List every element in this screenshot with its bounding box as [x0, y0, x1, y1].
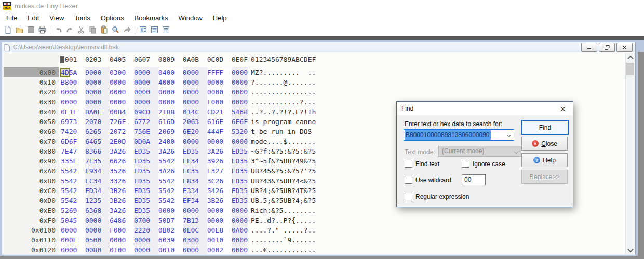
row-hex-bytes[interactable]: 000E 0500 0000 0000 6039 0300 0010 0000 — [61, 235, 248, 245]
app-icon-dots — [4, 3, 6, 5]
row-hex-bytes[interactable]: 0E1F BA0E 00B4 09CD 21B8 014C CD21 5468 — [61, 107, 248, 117]
undo-icon — [52, 24, 64, 35]
row-hex-bytes[interactable]: 335E 7E35 6626 ED35 5542 EE34 3926 ED35 — [61, 156, 248, 166]
header-column-cursor — [60, 56, 64, 63]
row-ascii[interactable]: is program canno — [251, 117, 316, 127]
use-wildcard-checkbox[interactable]: Use wildcard: — [405, 176, 453, 184]
row-hex-bytes[interactable]: 0000 0080 0100 0000 0010 0000 0002 0000 — [61, 245, 248, 254]
checkbox-icon[interactable] — [405, 160, 412, 168]
row-hex-bytes[interactable]: 5542 1235 3B26 ED35 5542 EF34 3B26 ED35 — [61, 196, 248, 206]
menu-tools[interactable]: Tools — [69, 12, 95, 23]
menu-bookmarks[interactable]: Bookmarks — [129, 12, 173, 23]
menu-options[interactable]: Options — [96, 12, 129, 23]
disk-window-icon[interactable] — [149, 24, 160, 35]
hex-row-0x0110[interactable]: 0x0110000E 0500 0000 0000 6039 0300 0010… — [3, 235, 626, 245]
menu-view[interactable]: View — [44, 12, 69, 23]
minimize-button[interactable] — [581, 43, 597, 52]
row-ascii[interactable]: ?.......@....... — [251, 77, 316, 87]
caret-byte[interactable]: 4D — [61, 69, 69, 76]
copy-icon — [87, 24, 98, 35]
close-button[interactable] — [616, 43, 633, 52]
row-ascii[interactable]: MZ?......... .. — [251, 67, 316, 77]
row-address: 0x60 — [3, 127, 56, 137]
row-hex-bytes[interactable]: 5045 0000 6486 0700 50D7 7B13 0000 0000 — [61, 215, 248, 225]
print-icon[interactable] — [36, 24, 48, 35]
hex-row-0x00[interactable]: 0x004D5A 9000 0300 0000 0400 0000 FFFF 0… — [3, 67, 626, 77]
row-hex-bytes[interactable]: 5542 EC34 3326 ED35 5542 E834 3C26 ED35 — [61, 176, 248, 186]
menu-file[interactable]: File — [1, 12, 22, 23]
find-dialog-title-bar[interactable]: Find × — [397, 102, 573, 115]
row-ascii[interactable]: 3^~5f&?5UB?49&?5 — [251, 156, 316, 166]
document-window-buttons — [581, 43, 634, 52]
mdi-right-edge — [638, 52, 644, 259]
checkbox-icon[interactable] — [405, 176, 412, 184]
find-text-checkbox[interactable]: Find text — [405, 160, 439, 168]
scroll-up-arrow-icon[interactable] — [626, 53, 635, 62]
hex-row-0x20[interactable]: 0x200000 0000 0000 0000 0000 0000 0000 0… — [3, 87, 626, 97]
row-hex-bytes[interactable]: 6D6F 6465 2E0D 0D0A 2400 0000 0000 0000 — [61, 137, 248, 146]
help-button[interactable]: ? Help — [521, 153, 568, 167]
row-hex-bytes[interactable]: 6973 2070 726F 6772 616D 2063 616E 6E6F — [61, 117, 248, 127]
row-hex-bytes[interactable]: 0000 0000 F000 2220 0B02 0E0C 00E8 0A00 — [61, 225, 248, 235]
checkbox-icon[interactable] — [462, 160, 469, 168]
vertical-scrollbar[interactable] — [625, 53, 635, 254]
row-hex-bytes[interactable]: B800 0000 0000 0000 4000 0000 0000 0000 — [61, 77, 248, 87]
search-input[interactable]: B80001000089813806000090 — [404, 129, 514, 141]
restore-button[interactable] — [599, 43, 615, 52]
ignore-case-label: Ignore case — [473, 160, 505, 168]
row-ascii[interactable]: UB?4;&?5UB?4T&?5 — [251, 186, 316, 196]
row-ascii[interactable]: ........`9...... — [251, 235, 316, 245]
row-address: 0xD0 — [3, 196, 56, 206]
row-ascii[interactable]: t be run in DOS — [251, 127, 316, 137]
row-hex-bytes[interactable]: 5269 6368 3A26 ED35 0000 0000 0000 0000 — [61, 206, 248, 215]
hex-row-0x10[interactable]: 0x10B800 0000 0000 0000 4000 0000 0000 0… — [3, 77, 626, 87]
row-hex-bytes[interactable]: 5542 ED34 3B26 ED35 5542 E334 5426 ED35 — [61, 186, 248, 196]
replace-button: Replace>> — [521, 170, 568, 184]
document-title-bar[interactable]: C:\Users\sean\Desktop\termsrv.dll.bak — [2, 42, 635, 52]
use-wildcard-label: Use wildcard: — [415, 176, 453, 184]
search-icon[interactable] — [110, 24, 121, 35]
row-ascii[interactable]: ...€............ — [251, 245, 316, 254]
checkbox-icon[interactable] — [405, 193, 412, 200]
row-hex-bytes[interactable]: 7420 6265 2072 756E 2069 6E20 444F 5320 — [61, 127, 248, 137]
row-address: 0x90 — [3, 156, 56, 166]
hex-row-0x0120[interactable]: 0x01200000 0080 0100 0000 0010 0000 0002… — [3, 245, 626, 254]
row-ascii[interactable]: ~G?f:&?5:&?5:&?5 — [251, 146, 316, 156]
chevron-down-icon[interactable] — [507, 133, 511, 137]
row-hex-bytes[interactable]: 5542 E934 3526 ED35 3A26 EC35 E327 ED35 — [61, 166, 248, 176]
search-input-value: B80001000089813806000090 — [405, 130, 491, 140]
menu-window[interactable]: Window — [173, 12, 208, 23]
row-ascii[interactable]: mode....$....... — [251, 137, 316, 146]
row-hex-bytes[interactable]: 0000 0000 0000 0000 0000 0000 0000 0000 — [61, 87, 248, 97]
scrollbar-thumb[interactable] — [626, 63, 634, 75]
regular-expression-checkbox[interactable]: Regular expression — [405, 193, 469, 200]
row-ascii[interactable]: UB?45&?5:&?5?'?5 — [251, 166, 316, 176]
row-ascii[interactable]: UB?43&?5UB?4<&?5 — [251, 176, 316, 186]
hex-row-0xF0[interactable]: 0xF05045 0000 6486 0700 50D7 7B13 0000 0… — [3, 215, 626, 225]
script-list-icon[interactable] — [160, 24, 171, 35]
row-hex-bytes[interactable]: 7E47 8366 3A26 ED35 3A26 ED35 3A26 ED35 — [61, 146, 248, 156]
row-ascii[interactable]: ....?." .....?.. — [251, 225, 316, 235]
menu-help[interactable]: Help — [208, 12, 232, 23]
row-hex-bytes[interactable]: 4D5A 9000 0300 0000 0400 0000 FFFF 0000 — [61, 67, 248, 77]
row-ascii[interactable]: Rich:&?5........ — [251, 206, 316, 215]
close-icon[interactable]: × — [553, 102, 573, 115]
ignore-case-checkbox[interactable]: Ignore case — [462, 160, 505, 168]
new-document-icon[interactable] — [2, 24, 14, 35]
scroll-down-arrow-icon[interactable] — [626, 246, 635, 254]
row-ascii[interactable]: UB.5;&?5UB?4;&?5 — [251, 196, 316, 206]
menu-edit[interactable]: Edit — [22, 12, 44, 23]
bookmarks-panel-icon[interactable] — [137, 24, 149, 35]
open-folder-icon[interactable] — [14, 24, 25, 35]
wildcard-input[interactable]: 00 — [462, 174, 486, 185]
row-hex-bytes[interactable]: 0000 0000 0000 0000 0000 0000 F000 0000 — [61, 97, 248, 107]
row-ascii[interactable]: ................ — [251, 87, 316, 97]
row-ascii[interactable]: ..?..?.?!?.L?!Th — [251, 107, 316, 117]
hex-row-0x0100[interactable]: 0x01000000 0000 F000 2220 0B02 0E0C 00E8… — [3, 225, 626, 235]
row-ascii[interactable]: PE..d?..P?{..... — [251, 215, 316, 225]
row-ascii[interactable]: ............?... — [251, 97, 316, 107]
paste-icon[interactable] — [98, 24, 110, 35]
close-button[interactable]: × Close — [521, 137, 568, 151]
find-button[interactable]: Find — [521, 120, 569, 135]
app-window: HEX mirkes.de Tiny Hexer FileEditViewToo… — [0, 0, 644, 259]
